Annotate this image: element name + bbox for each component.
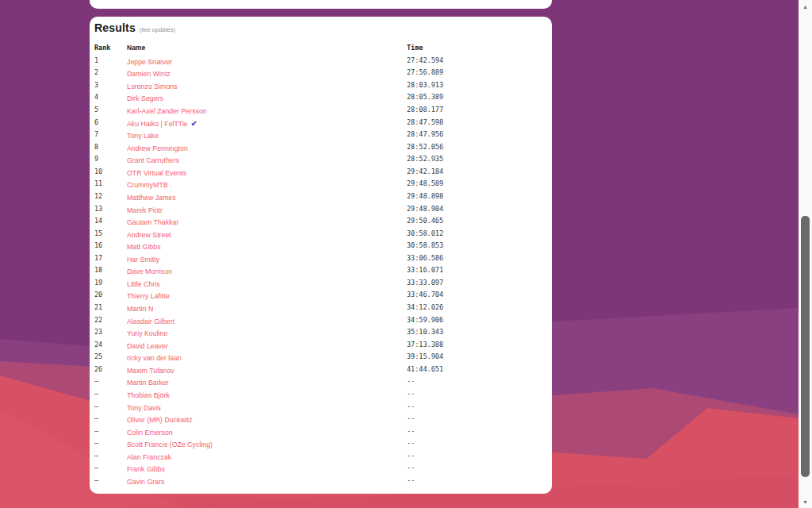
results-card: Results (live updates) Rank Name Time 1J… bbox=[90, 17, 552, 494]
table-row: –Scott Francis (OZe Cycling)-- bbox=[94, 437, 546, 449]
table-row: –Alan Franczak-- bbox=[94, 449, 546, 462]
table-row: 8Andrew Pennington28:52.056 bbox=[94, 140, 546, 153]
rider-name-link[interactable]: Matt Gibbs bbox=[127, 243, 161, 251]
rider-name-link[interactable]: Tony Lake bbox=[127, 132, 159, 140]
rank-cell: 5 bbox=[94, 106, 127, 114]
time-cell: 34:59.906 bbox=[407, 316, 546, 324]
table-row: 14Gautam Thakkar29:50.465 bbox=[94, 214, 546, 227]
rider-name-link[interactable]: Alasdair Gilbert bbox=[127, 318, 174, 325]
rank-cell: 21 bbox=[94, 303, 127, 311]
rider-name-link[interactable]: Gavin Grant bbox=[127, 478, 164, 486]
rank-cell: – bbox=[94, 390, 127, 398]
rider-name-link[interactable]: OTR Virtual Events bbox=[127, 169, 186, 177]
time-cell: 29:50.465 bbox=[407, 217, 546, 225]
rider-name-link[interactable]: Damien Wintz bbox=[127, 70, 170, 78]
scrollbar[interactable]: ▲ ▼ bbox=[799, 0, 812, 508]
rider-name-link[interactable]: Martin Barker bbox=[127, 379, 169, 387]
time-column-header: Time bbox=[407, 44, 546, 52]
rider-name-link[interactable]: Alan Franczak bbox=[127, 453, 171, 461]
live-updates-label: (live updates) bbox=[140, 24, 175, 37]
time-cell: 28:52.935 bbox=[407, 155, 546, 163]
results-table-body: 1Jeppe Snæver27:42.5942Damien Wintz27:56… bbox=[94, 54, 546, 487]
table-row: 9Grant Carruthers28:52.935 bbox=[94, 153, 546, 166]
rider-name-link[interactable]: Dirk Segers bbox=[127, 94, 163, 102]
time-cell: -- bbox=[407, 390, 546, 398]
rider-name-link[interactable]: David Leaver bbox=[127, 342, 168, 350]
table-row: 3Lorenzo Simons28:03.913 bbox=[94, 79, 546, 91]
rank-column-header: Rank bbox=[94, 44, 127, 52]
table-row: –Martin Barker-- bbox=[94, 375, 546, 388]
rider-name-link[interactable]: Har Smitty bbox=[127, 256, 159, 264]
rank-cell: 2 bbox=[94, 68, 127, 76]
table-row: 4Dirk Segers28:05.389 bbox=[94, 91, 546, 104]
rider-name-link[interactable]: Colin Emerson bbox=[127, 429, 173, 437]
time-cell: 33:16.071 bbox=[407, 266, 546, 274]
scrollbar-up-arrow-icon[interactable]: ▲ bbox=[799, 1, 812, 12]
table-row: –Tony Davis-- bbox=[94, 400, 546, 413]
rider-name-link[interactable]: Martin N bbox=[127, 305, 153, 313]
rider-name-link[interactable]: Karl-Axel Zander Persson bbox=[127, 107, 207, 115]
rider-name-link[interactable]: Oliver (MR) Duckwitz bbox=[127, 416, 193, 424]
time-cell: -- bbox=[407, 476, 546, 484]
scrollbar-thumb[interactable] bbox=[801, 216, 810, 477]
time-cell: 28:47.598 bbox=[407, 118, 546, 126]
rank-cell: 17 bbox=[94, 254, 127, 262]
rider-name-link[interactable]: Yuriy Kouline bbox=[127, 329, 167, 337]
rider-name-link[interactable]: Aku Haiko | FelTTie bbox=[127, 120, 188, 128]
rank-cell: – bbox=[94, 464, 127, 471]
rider-name-link[interactable]: Frank Gibbs bbox=[127, 465, 165, 473]
rank-cell: 25 bbox=[94, 352, 127, 360]
table-row: 10OTR Virtual Events29:42.184 bbox=[94, 165, 546, 178]
table-row: –Oliver (MR) Duckwitz-- bbox=[94, 412, 546, 425]
rider-name-link[interactable]: Scott Francis (OZe Cycling) bbox=[127, 441, 213, 448]
table-row: 24David Leaver37:13.388 bbox=[94, 338, 546, 351]
rider-name-link[interactable]: CrummyMTB . bbox=[127, 181, 172, 189]
rider-name-link[interactable]: Marek Piotr bbox=[127, 206, 163, 214]
table-row: 18Dave Morrison33:16.071 bbox=[94, 264, 546, 277]
rank-cell: 7 bbox=[94, 130, 127, 138]
rank-cell: 1 bbox=[94, 56, 127, 64]
table-row: 5Karl-Axel Zander Persson28:08.177 bbox=[94, 103, 546, 116]
time-cell: 28:08.177 bbox=[407, 106, 546, 114]
table-row: 23Yuriy Kouline35:10.343 bbox=[94, 325, 546, 338]
rank-cell: 20 bbox=[94, 291, 127, 298]
rider-name-link[interactable]: Matthew James bbox=[127, 194, 176, 202]
rider-name-link[interactable]: Lorenzo Simons bbox=[127, 83, 178, 90]
time-cell: -- bbox=[407, 377, 546, 385]
time-cell: -- bbox=[407, 439, 546, 447]
table-row: 25ricky van der laan39:15.904 bbox=[94, 351, 546, 364]
rider-name-link[interactable]: Maxim Tufanov bbox=[127, 367, 174, 375]
time-cell: -- bbox=[407, 452, 546, 460]
table-row: 7Tony Lake28:47.956 bbox=[94, 128, 546, 140]
time-cell: 33:33.097 bbox=[407, 279, 546, 287]
rider-name-link[interactable]: Gautam Thakkar bbox=[127, 218, 178, 226]
rank-cell: 19 bbox=[94, 279, 127, 287]
time-cell: 29:42.184 bbox=[407, 167, 546, 175]
rider-name-link[interactable]: Andrew Street bbox=[127, 231, 171, 239]
rank-cell: 23 bbox=[94, 328, 127, 336]
rider-name-link[interactable]: Dave Morrison bbox=[127, 267, 172, 275]
rank-cell: 13 bbox=[94, 205, 127, 213]
scrollbar-down-arrow-icon[interactable]: ▼ bbox=[799, 496, 812, 507]
rank-cell: – bbox=[94, 476, 127, 484]
rider-name-link[interactable]: Grant Carruthers bbox=[127, 156, 179, 164]
rank-cell: 12 bbox=[94, 192, 127, 200]
rider-name-link[interactable]: Thierry Lafitte bbox=[127, 292, 170, 300]
time-cell: 35:10.343 bbox=[407, 328, 546, 336]
rank-cell: 26 bbox=[94, 365, 127, 373]
time-cell: 30:58.012 bbox=[407, 229, 546, 237]
time-cell: 27:56.889 bbox=[407, 68, 546, 76]
table-row: 19Little Chris33:33.097 bbox=[94, 276, 546, 289]
rider-name-link[interactable]: Jeppe Snæver bbox=[127, 58, 172, 66]
time-cell: 29:48.904 bbox=[407, 205, 546, 213]
rider-name-link[interactable]: Tony Davis bbox=[127, 404, 161, 412]
rider-name-link[interactable]: Thobias Björk bbox=[127, 391, 170, 399]
rank-cell: 4 bbox=[94, 93, 127, 101]
rider-name-link[interactable]: Little Chris bbox=[127, 280, 160, 288]
rank-cell: 11 bbox=[94, 179, 127, 187]
time-cell: 33:46.704 bbox=[407, 291, 546, 298]
rank-cell: 15 bbox=[94, 229, 127, 237]
rider-name-link[interactable]: Andrew Pennington bbox=[127, 144, 188, 152]
time-cell: 34:12.026 bbox=[407, 303, 546, 311]
rider-name-link[interactable]: ricky van der laan bbox=[127, 354, 182, 362]
